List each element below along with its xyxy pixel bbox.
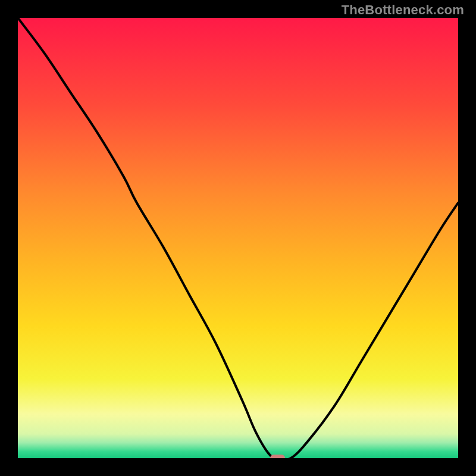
background-gradient: [18, 18, 458, 458]
svg-rect-0: [18, 18, 458, 458]
plot-area: [18, 18, 458, 458]
chart-frame: TheBottleneck.com: [0, 0, 476, 476]
watermark-text: TheBottleneck.com: [342, 2, 464, 18]
